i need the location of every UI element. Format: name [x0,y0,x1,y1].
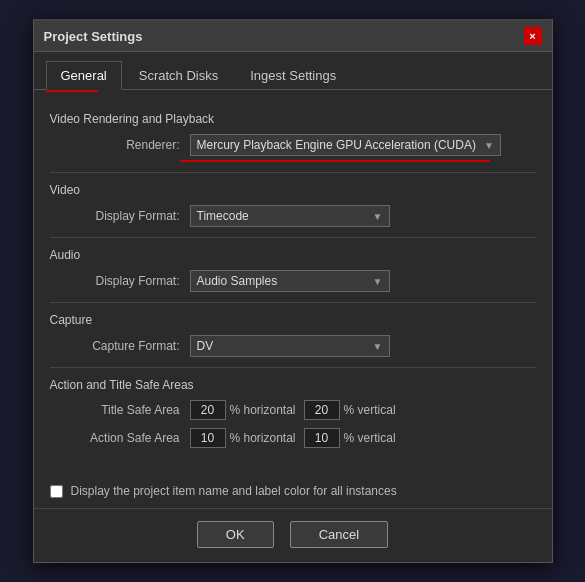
tab-general[interactable]: General [46,61,122,90]
dialog-title: Project Settings [44,29,143,44]
title-safe-h-input[interactable] [190,400,226,420]
display-label-checkbox[interactable] [50,485,63,498]
display-label-checkbox-label: Display the project item name and label … [71,484,397,498]
capture-format-label: Capture Format: [70,339,180,353]
audio-display-format-row: Display Format: Audio Samples ▼ [50,270,536,292]
title-safe-label: Title Safe Area [70,403,180,417]
video-display-format-label: Display Format: [70,209,180,223]
video-display-format-row: Display Format: Timecode ▼ [50,205,536,227]
renderer-label: Renderer: [70,138,180,152]
cancel-button[interactable]: Cancel [290,521,388,548]
capture-format-dropdown[interactable]: DV ▼ [190,335,390,357]
action-safe-row: Action Safe Area % horizontal % vertical [50,428,536,448]
capture-dropdown-arrow: ▼ [373,341,383,352]
safe-areas-section: Action and Title Safe Areas Title Safe A… [50,378,536,448]
divider-4 [50,367,536,368]
audio-dropdown-arrow: ▼ [373,276,383,287]
capture-format-row: Capture Format: DV ▼ [50,335,536,357]
audio-display-format-label: Display Format: [70,274,180,288]
action-safe-h-input[interactable] [190,428,226,448]
title-bar: Project Settings × [34,21,552,52]
video-rendering-section-title: Video Rendering and Playback [50,112,536,126]
audio-display-format-dropdown[interactable]: Audio Samples ▼ [190,270,390,292]
dialog-content: Video Rendering and Playback Renderer: M… [34,92,552,470]
renderer-dropdown[interactable]: Mercury Playback Engine GPU Acceleration… [190,134,501,156]
audio-section-title: Audio [50,248,536,262]
title-safe-v-percent: % vertical [344,403,396,417]
action-safe-h-percent: % horizontal [230,431,296,445]
title-safe-row: Title Safe Area % horizontal % vertical [50,400,536,420]
renderer-dropdown-arrow: ▼ [484,140,494,151]
title-safe-v-input[interactable] [304,400,340,420]
action-safe-label: Action Safe Area [70,431,180,445]
video-dropdown-arrow: ▼ [373,211,383,222]
title-safe-h-percent: % horizontal [230,403,296,417]
tab-scratch-disks[interactable]: Scratch Disks [124,61,233,90]
divider-3 [50,302,536,303]
display-label-checkbox-row: Display the project item name and label … [34,474,552,508]
renderer-red-underline [180,160,490,162]
safe-areas-title: Action and Title Safe Areas [50,378,536,392]
button-row: OK Cancel [34,508,552,562]
tab-ingest-settings[interactable]: Ingest Settings [235,61,351,90]
action-safe-v-percent: % vertical [344,431,396,445]
renderer-row: Renderer: Mercury Playback Engine GPU Ac… [50,134,536,156]
project-settings-dialog: Project Settings × General Scratch Disks… [33,19,553,563]
tabs-container: General Scratch Disks Ingest Settings [34,52,552,90]
capture-section-title: Capture [50,313,536,327]
divider-1 [50,172,536,173]
video-section-title: Video [50,183,536,197]
ok-button[interactable]: OK [197,521,274,548]
divider-2 [50,237,536,238]
close-button[interactable]: × [524,27,542,45]
action-safe-v-input[interactable] [304,428,340,448]
video-display-format-dropdown[interactable]: Timecode ▼ [190,205,390,227]
